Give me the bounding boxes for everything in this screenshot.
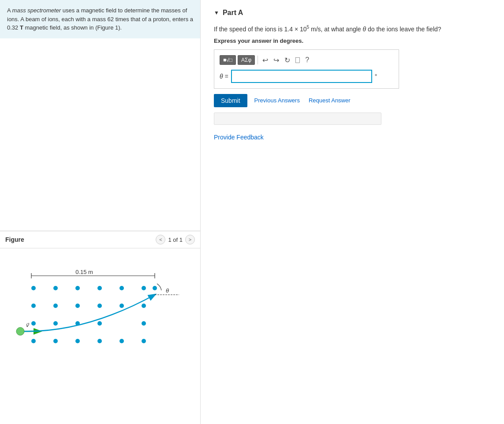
answer-input[interactable] xyxy=(231,70,372,83)
figure-page-indicator: 1 of 1 xyxy=(168,236,183,243)
answer-toolbar: ■√□ ΑΣφ ↩ ↪ ↻ ⎕︎ ? xyxy=(220,55,393,65)
keyboard-icon: ⎕︎ xyxy=(295,56,300,64)
left-panel: A mass spectrometer uses a magnetic fiel… xyxy=(0,0,201,424)
request-answer-link[interactable]: Request Answer xyxy=(309,97,351,104)
part-toggle-icon[interactable]: ▼ xyxy=(214,10,219,16)
svg-point-5 xyxy=(53,286,58,290)
svg-point-13 xyxy=(75,304,80,308)
keyboard-button[interactable]: ⎕︎ xyxy=(294,55,302,65)
svg-point-18 xyxy=(53,321,58,326)
svg-text:v⃗: v⃗ xyxy=(26,322,30,328)
svg-point-21 xyxy=(142,321,146,326)
progress-bar xyxy=(214,113,381,125)
problem-text: A mass spectrometer uses a magnetic fiel… xyxy=(0,0,200,38)
figure-section: Figure < 1 of 1 > 0.15 m xyxy=(0,231,200,424)
provide-feedback-link[interactable]: Provide Feedback xyxy=(214,134,264,141)
svg-point-26 xyxy=(119,339,124,343)
svg-point-17 xyxy=(31,321,36,326)
figure-navigation: < 1 of 1 > xyxy=(156,235,195,244)
svg-point-6 xyxy=(75,286,80,290)
math-template-icon: ■√□ xyxy=(223,57,232,63)
previous-answers-link[interactable]: Previous Answers xyxy=(254,97,300,104)
figure-canvas: 0.15 m xyxy=(0,248,200,372)
right-panel: ▼ Part A If the speed of the ions is 1.4… xyxy=(201,0,504,424)
svg-text:θ: θ xyxy=(166,287,169,294)
svg-point-24 xyxy=(75,339,80,343)
svg-point-25 xyxy=(97,339,102,343)
figure-diagram: 0.15 m xyxy=(7,257,192,368)
submit-button[interactable]: Submit xyxy=(214,94,247,107)
reset-icon: ↻ xyxy=(284,56,290,64)
svg-point-11 xyxy=(31,304,36,308)
svg-point-22 xyxy=(31,339,36,343)
svg-point-15 xyxy=(119,304,124,308)
part-title: Part A xyxy=(223,9,243,17)
degree-symbol: ° xyxy=(375,73,377,80)
svg-point-27 xyxy=(142,339,146,343)
part-header: ▼ Part A xyxy=(214,9,491,17)
figure-prev-button[interactable]: < xyxy=(156,235,165,244)
svg-point-28 xyxy=(16,327,24,335)
svg-point-7 xyxy=(97,286,102,290)
help-button[interactable]: ? xyxy=(303,55,311,65)
greek-symbols-label: ΑΣφ xyxy=(241,57,251,63)
toolbar-separator xyxy=(258,56,258,64)
input-row: θ = ° xyxy=(220,70,393,83)
submit-row: Submit Previous Answers Request Answer xyxy=(214,94,491,107)
redo-button[interactable]: ↪ xyxy=(272,55,281,65)
svg-point-14 xyxy=(97,304,102,308)
figure-header: Figure < 1 of 1 > xyxy=(0,231,200,248)
svg-point-16 xyxy=(142,304,146,308)
answer-instruction: Express your answer in degrees. xyxy=(214,38,491,44)
figure-next-button[interactable]: > xyxy=(185,235,195,244)
greek-symbols-button[interactable]: ΑΣφ xyxy=(238,55,255,65)
svg-text:0.15 m: 0.15 m xyxy=(75,269,93,275)
svg-point-4 xyxy=(31,286,36,290)
answer-box: ■√□ ΑΣφ ↩ ↪ ↻ ⎕︎ ? xyxy=(214,49,399,89)
help-icon: ? xyxy=(305,56,309,64)
redo-icon: ↪ xyxy=(273,56,279,64)
svg-point-20 xyxy=(97,321,102,326)
svg-point-23 xyxy=(53,339,58,343)
svg-point-8 xyxy=(119,286,124,290)
figure-title: Figure xyxy=(5,236,24,243)
math-template-button[interactable]: ■√□ xyxy=(220,55,236,65)
undo-icon: ↩ xyxy=(262,56,268,64)
svg-point-9 xyxy=(142,286,146,290)
question-text: If the speed of the ions is 1.4 × 105 m/… xyxy=(214,24,491,34)
reset-button[interactable]: ↻ xyxy=(283,55,292,65)
undo-button[interactable]: ↩ xyxy=(261,55,270,65)
theta-label: θ = xyxy=(220,73,228,80)
svg-point-12 xyxy=(53,304,58,308)
svg-point-10 xyxy=(153,286,157,290)
